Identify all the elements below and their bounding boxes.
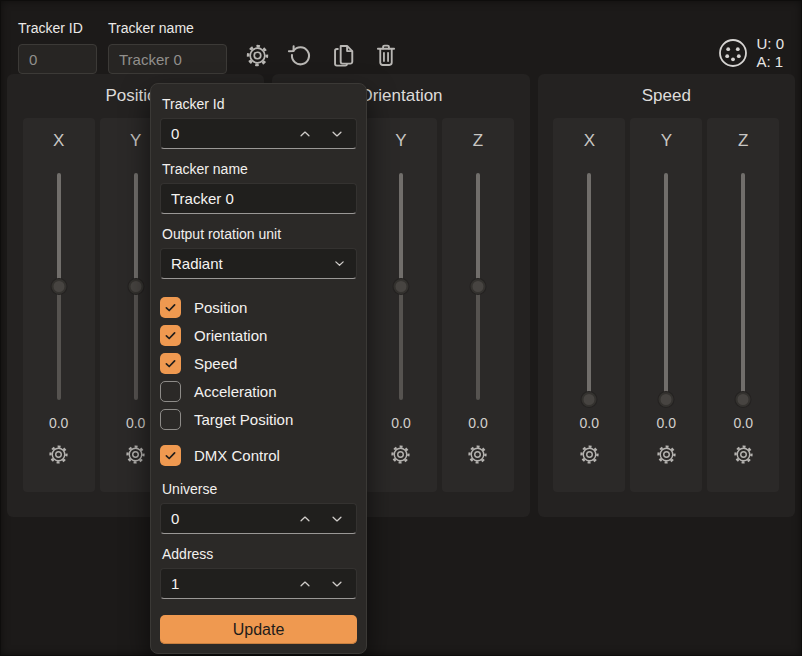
axis-card-orientation-y: Y 0.0	[365, 118, 437, 492]
axis-card-speed-y: Y 0.0	[630, 118, 702, 492]
spin-up-button[interactable]	[298, 577, 312, 591]
checkbox-label: DMX Control	[194, 447, 280, 464]
gear-icon	[466, 443, 489, 466]
update-button[interactable]: Update	[160, 615, 357, 644]
axis-slider[interactable]	[399, 173, 403, 400]
axis-value: 0.0	[657, 415, 676, 432]
slider-thumb[interactable]	[659, 392, 674, 407]
chevron-up-icon	[298, 127, 312, 141]
spin-up-button[interactable]	[298, 512, 312, 526]
axis-slider[interactable]	[57, 173, 61, 400]
chevron-up-icon	[298, 577, 312, 591]
universe-label: Universe	[162, 481, 355, 497]
tracker-id-label: Tracker ID	[18, 20, 97, 36]
axis-value: 0.0	[49, 415, 68, 432]
slider-thumb[interactable]	[128, 279, 143, 294]
axis-settings-button[interactable]	[466, 443, 489, 466]
tracker-id-spinner-value: 0	[171, 125, 298, 142]
axis-settings-button[interactable]	[655, 443, 678, 466]
delete-button[interactable]	[371, 40, 401, 70]
tracker-id-spinner[interactable]: 0	[160, 118, 357, 149]
slider-track-upper[interactable]	[57, 173, 61, 281]
slider-track-lower[interactable]	[134, 293, 138, 401]
axis-slider[interactable]	[134, 173, 138, 400]
status-counts: U: 0 A: 1	[756, 35, 784, 71]
gear-icon	[124, 443, 147, 466]
axis-settings-button[interactable]	[578, 443, 601, 466]
popup-tracker-id-label: Tracker Id	[162, 96, 355, 112]
axis-settings-button[interactable]	[732, 443, 755, 466]
tracker-window: Tracker ID Tracker name	[0, 0, 802, 656]
axis-card-orientation-z: Z 0.0	[442, 118, 514, 492]
axis-label: Y	[130, 131, 141, 151]
slider-track-upper[interactable]	[587, 173, 591, 394]
axis-label: Y	[661, 131, 672, 151]
axis-settings-button[interactable]	[389, 443, 412, 466]
chevron-up-icon	[298, 512, 312, 526]
checkbox[interactable]	[160, 409, 181, 430]
slider-track-upper[interactable]	[664, 173, 668, 394]
checkbox-row-speed[interactable]: Speed	[160, 349, 357, 377]
tracker-name-label: Tracker name	[108, 20, 227, 36]
axis-value: 0.0	[734, 415, 753, 432]
axis-slider[interactable]	[664, 173, 668, 400]
axis-slider[interactable]	[741, 173, 745, 400]
axis-label: X	[53, 131, 64, 151]
slider-track-lower[interactable]	[476, 293, 480, 401]
universe-spinner[interactable]: 0	[160, 503, 357, 534]
axis-label: Y	[395, 131, 406, 151]
axis-settings-button[interactable]	[124, 443, 147, 466]
spin-down-button[interactable]	[330, 512, 344, 526]
copy-button[interactable]	[328, 40, 358, 70]
checkbox-label: Position	[194, 299, 247, 316]
rotation-unit-select[interactable]: Radiant	[160, 248, 357, 279]
slider-track-lower[interactable]	[57, 293, 61, 401]
spin-up-button[interactable]	[298, 127, 312, 141]
slider-thumb[interactable]	[736, 392, 751, 407]
checkbox-row-acceleration[interactable]: Acceleration	[160, 377, 357, 405]
slider-thumb[interactable]	[393, 279, 408, 294]
axis-label: Z	[738, 131, 748, 151]
checkbox[interactable]	[160, 325, 181, 346]
slider-thumb[interactable]	[582, 392, 597, 407]
checkbox-label: Speed	[194, 355, 237, 372]
checkbox[interactable]	[160, 353, 181, 374]
slider-track-upper[interactable]	[476, 173, 480, 281]
gear-icon	[47, 443, 70, 466]
checkbox-row-position[interactable]: Position	[160, 293, 357, 321]
spin-down-button[interactable]	[330, 577, 344, 591]
checkbox[interactable]	[160, 297, 181, 318]
rotation-unit-label: Output rotation unit	[162, 226, 355, 242]
tracker-id-input[interactable]	[18, 44, 97, 74]
slider-thumb[interactable]	[470, 279, 485, 294]
slider-track-upper[interactable]	[134, 173, 138, 281]
gear-icon	[389, 443, 412, 466]
settings-icon	[244, 42, 271, 69]
slider-track-lower[interactable]	[399, 293, 403, 401]
checkbox-row-target-position[interactable]: Target Position	[160, 405, 357, 433]
checkbox[interactable]	[160, 381, 181, 402]
checkbox-row-orientation[interactable]: Orientation	[160, 321, 357, 349]
chevron-down-icon	[333, 257, 346, 270]
checkbox-label: Target Position	[194, 411, 293, 428]
axis-settings-button[interactable]	[47, 443, 70, 466]
spin-down-button[interactable]	[330, 127, 344, 141]
axes-row: X 0.0 Y 0.0 Z	[538, 118, 795, 492]
slider-thumb[interactable]	[51, 279, 66, 294]
slider-track-upper[interactable]	[741, 173, 745, 394]
trash-icon	[373, 42, 399, 68]
check-icon	[163, 328, 178, 343]
axis-slider[interactable]	[587, 173, 591, 400]
address-spinner[interactable]: 1	[160, 568, 357, 599]
undo-button[interactable]	[285, 40, 315, 70]
chevron-down-icon	[330, 577, 344, 591]
checkbox-row-dmx-control[interactable]: DMX Control	[160, 441, 357, 469]
slider-track-upper[interactable]	[399, 173, 403, 281]
axis-label: Z	[473, 131, 483, 151]
tracker-name-input[interactable]	[108, 44, 227, 74]
checkbox[interactable]	[160, 445, 181, 466]
popup-tracker-name-input[interactable]	[160, 183, 357, 214]
settings-button[interactable]	[242, 40, 272, 70]
axis-slider[interactable]	[476, 173, 480, 400]
check-icon	[163, 448, 178, 463]
